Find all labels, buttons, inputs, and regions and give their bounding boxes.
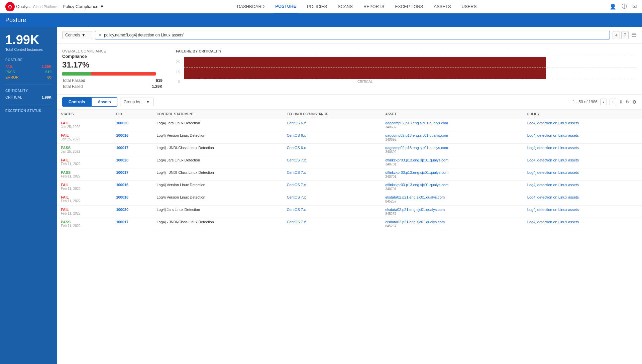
table-row: FAIL Feb 11, 2022 100016 Log4j Version L… <box>57 181 642 193</box>
policy-link[interactable]: Log4j detection on Linux assets <box>527 195 579 199</box>
tab-group: Controls Assets <box>62 97 117 107</box>
total-failed-value: 1.29K <box>152 84 163 89</box>
chart-grid <box>184 56 637 79</box>
table-row: FAIL Feb 11, 2022 100020 Log4j Jars Linu… <box>57 156 642 168</box>
search-type-dropdown[interactable]: Controls ▼ <box>62 31 92 39</box>
nav-assets[interactable]: ASSETS <box>432 0 452 13</box>
policy-link[interactable]: Log4j detection on Linux assets <box>527 183 579 187</box>
cell-statement: Log4j Jars Linux Detection <box>152 206 283 218</box>
nav-exceptions[interactable]: EXCEPTIONS <box>394 0 424 13</box>
download-icon[interactable]: ⇓ <box>619 99 623 105</box>
tech-link[interactable]: CentOS 7.x <box>287 220 306 224</box>
policy-link[interactable]: Log4j detection on Linux assets <box>527 170 579 174</box>
cid-link[interactable]: 100017 <box>116 170 128 174</box>
cell-statement: Log4j Jars Linux Detection <box>152 119 283 131</box>
asset-link[interactable]: elsdata02.p21.eng.sjc01.qualys.com <box>385 195 519 199</box>
clear-search-icon[interactable]: ✕ <box>98 32 102 38</box>
cell-policy: Log4j detection on Linux assets <box>523 168 642 181</box>
tech-link[interactable]: CentOS 7.x <box>287 158 306 162</box>
policy-link[interactable]: Log4j detection on Linux assets <box>527 133 579 137</box>
policy-link[interactable]: Log4j detection on Linux assets <box>527 208 579 212</box>
cell-asset: qflinkzkpr03.p13.eng.sjc01.qualys.com 34… <box>381 168 523 181</box>
prev-page-button[interactable]: ‹ <box>600 99 607 105</box>
tech-link[interactable]: CentOS 7.x <box>287 195 306 199</box>
tech-link[interactable]: CentOS 6.x <box>287 146 306 150</box>
qualys-q-icon: Q <box>5 2 15 11</box>
y-label-2k: 2K <box>176 60 180 64</box>
group-by-button[interactable]: Group by ... ▼ <box>120 98 154 106</box>
cid-link[interactable]: 100017 <box>116 146 128 150</box>
asset-link[interactable]: qagcomp02.p13.eng.sjc01.qualys.com <box>385 121 519 125</box>
cid-link[interactable]: 100016 <box>116 183 128 187</box>
nav-users[interactable]: USERS <box>460 0 478 13</box>
next-page-button[interactable]: › <box>610 99 616 105</box>
cell-tech: CentOS 6.x <box>283 144 382 156</box>
chart-area: 2K 1K 0 <box>176 56 637 84</box>
col-statement: CONTROL STATEMENT <box>152 110 283 119</box>
cell-status: FAIL Feb 11, 2022 <box>57 206 112 218</box>
tech-link[interactable]: CentOS 6.x <box>287 121 306 125</box>
asset-id: 340692 <box>385 125 396 129</box>
cell-cid: 100016 <box>112 181 152 193</box>
tech-link[interactable]: CentOS 7.x <box>287 170 306 174</box>
cid-link[interactable]: 100020 <box>116 208 128 212</box>
criticality-title: FAILURE BY CRITICALITY <box>176 49 637 53</box>
help-icon[interactable]: ⓘ <box>622 3 627 10</box>
y-label-1k: 1K <box>176 70 180 74</box>
cid-link[interactable]: 100016 <box>116 133 128 137</box>
cid-link[interactable]: 100020 <box>116 158 128 162</box>
search-input[interactable] <box>104 33 607 37</box>
asset-link[interactable]: elsdata02.p21.eng.sjc01.qualys.com <box>385 220 519 224</box>
cell-policy: Log4j detection on Linux assets <box>523 156 642 168</box>
cid-link[interactable]: 100020 <box>116 121 128 125</box>
asset-link[interactable]: qflinkzkpr03.p13.eng.sjc01.qualys.com <box>385 183 519 187</box>
search-actions: + ? <box>613 31 629 39</box>
cell-policy: Log4j detection on Linux assets <box>523 144 642 156</box>
app-header: Posture <box>0 13 642 27</box>
sidebar-divider-2 <box>5 105 51 105</box>
nav-policies[interactable]: POLICIES <box>306 0 328 13</box>
total-passed-row: Total Passed 619 <box>62 78 163 83</box>
table-body: FAIL Jan 25, 2022 100020 Log4j Jars Linu… <box>57 119 642 230</box>
tab-assets[interactable]: Assets <box>91 97 117 107</box>
asset-link[interactable]: qflinkzkpr03.p13.eng.sjc01.qualys.com <box>385 170 519 174</box>
nav-posture[interactable]: POSTURE <box>274 0 298 13</box>
cell-statement: Log4j Version Linux Detection <box>152 131 283 144</box>
sidebar-pass-row: PASS 619 <box>5 70 51 74</box>
content-area: Controls ▼ ✕ + ? ☰ OVERALL COMPLIANCE Co… <box>57 27 642 364</box>
user-icon[interactable]: 👤 <box>610 3 616 10</box>
compliance-percent: 31.17% <box>62 60 163 70</box>
policy-link[interactable]: Log4j detection on Linux assets <box>527 146 579 150</box>
search-help-button[interactable]: ? <box>621 31 629 39</box>
nav-reports[interactable]: REPORTS <box>362 0 386 13</box>
menu-icon[interactable]: ☰ <box>631 31 637 39</box>
critical-label: CRITICAL <box>5 95 22 99</box>
refresh-icon[interactable]: ↻ <box>626 99 630 105</box>
compliance-left: OVERALL COMPLIANCE Compliance 31.17% Tot… <box>62 49 163 89</box>
top-bar-left: Q Qualys. Cloud Platform Policy Complian… <box>5 2 104 11</box>
asset-link[interactable]: qagcomp02.p13.eng.sjc01.qualys.com <box>385 146 519 150</box>
cell-cid: 100020 <box>112 119 152 131</box>
app-selector[interactable]: Policy Compliance ▼ <box>63 4 104 9</box>
asset-link[interactable]: qagcomp02.p13.eng.sjc01.qualys.com <box>385 133 519 137</box>
cell-tech: CentOS 7.x <box>283 168 382 181</box>
settings-icon[interactable]: ⚙ <box>632 99 637 105</box>
policy-link[interactable]: Log4j detection on Linux assets <box>527 121 579 125</box>
asset-link[interactable]: qflinkzkpr03.p13.eng.sjc01.qualys.com <box>385 158 519 162</box>
nav-dashboard[interactable]: DASHBOARD <box>236 0 266 13</box>
add-filter-button[interactable]: + <box>613 31 620 39</box>
policy-link[interactable]: Log4j detection on Linux assets <box>527 158 579 162</box>
tech-link[interactable]: CentOS 7.x <box>287 183 306 187</box>
tech-link[interactable]: CentOS 6.x <box>287 133 306 137</box>
mail-icon[interactable]: ✉ <box>632 3 637 10</box>
asset-link[interactable]: elsdata02.p21.eng.sjc01.qualys.com <box>385 208 519 212</box>
nav-scans[interactable]: SCANS <box>336 0 354 13</box>
tech-link[interactable]: CentOS 7.x <box>287 208 306 212</box>
tab-controls[interactable]: Controls <box>62 97 91 107</box>
compliance-section-label: Compliance <box>62 54 163 59</box>
cell-tech: CentOS 7.x <box>283 156 382 168</box>
dropdown-chevron-icon: ▼ <box>82 33 86 37</box>
policy-link[interactable]: Log4j detection on Linux assets <box>527 220 579 224</box>
cid-link[interactable]: 100017 <box>116 220 128 224</box>
cid-link[interactable]: 100016 <box>116 195 128 199</box>
